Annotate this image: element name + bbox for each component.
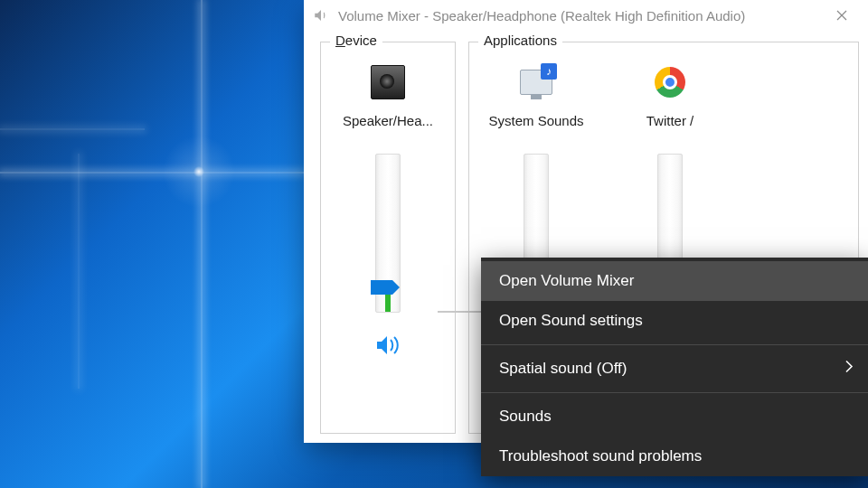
menu-item-label: Troubleshoot sound problems: [499, 447, 702, 465]
menu-item-label: Sounds: [499, 408, 552, 426]
menu-separator: [481, 344, 868, 345]
chevron-right-icon: [844, 360, 854, 379]
applications-group-label: Applications: [478, 33, 562, 48]
menu-item-troubleshoot[interactable]: Troubleshoot sound problems: [481, 436, 868, 476]
menu-item-label: Open Sound settings: [499, 312, 643, 330]
device-group: Device Speaker/Hea...: [320, 42, 456, 434]
menu-item-label: Open Volume Mixer: [499, 272, 634, 290]
tray-context-menu: Open Volume Mixer Open Sound settings Sp…: [481, 258, 868, 476]
chrome-icon[interactable]: [652, 64, 688, 100]
speaker-device-icon[interactable]: [370, 64, 406, 100]
title-bar[interactable]: Volume Mixer - Speaker/Headphone (Realte…: [304, 0, 868, 31]
menu-item-label: Spatial sound (Off): [499, 360, 627, 378]
channel-name: System Sounds: [488, 113, 583, 128]
slider-thumb[interactable]: [371, 280, 392, 295]
menu-item-open-volume-mixer[interactable]: Open Volume Mixer: [481, 261, 868, 301]
mute-button[interactable]: [375, 333, 401, 358]
window-title: Volume Mixer - Speaker/Headphone (Realte…: [338, 8, 821, 23]
close-icon: [836, 10, 847, 21]
system-sounds-icon[interactable]: ♪: [518, 64, 554, 100]
channel-name: Speaker/Hea...: [343, 113, 433, 128]
menu-item-spatial-sound[interactable]: Spatial sound (Off): [481, 349, 868, 389]
menu-separator: [481, 392, 868, 393]
volume-slider[interactable]: [365, 154, 410, 313]
close-button[interactable]: [821, 0, 863, 31]
channel-device: Speaker/Hea...: [321, 59, 455, 358]
speaker-unmuted-icon: [376, 335, 400, 355]
menu-item-sounds[interactable]: Sounds: [481, 397, 868, 436]
channel-name: Twitter /: [646, 113, 694, 128]
speaker-icon: [313, 7, 329, 23]
menu-item-open-sound-settings[interactable]: Open Sound settings: [481, 301, 868, 341]
device-group-label: Device: [330, 33, 382, 48]
